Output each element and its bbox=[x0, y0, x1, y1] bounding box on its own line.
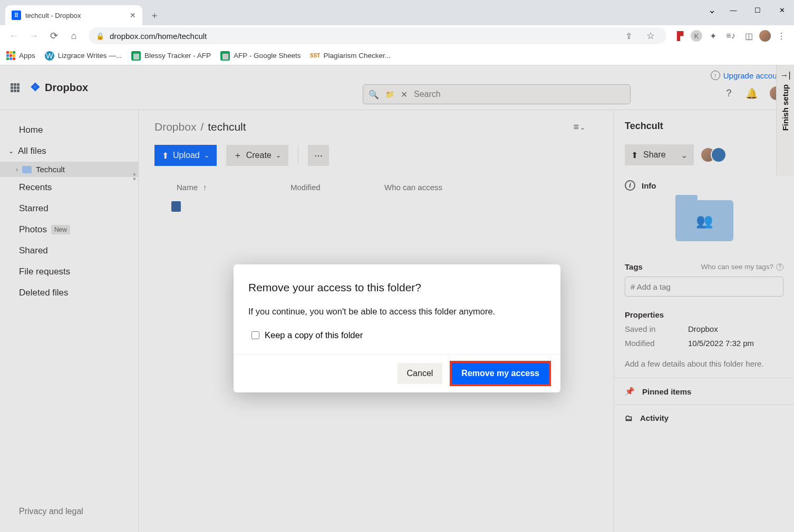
wordpress-icon: W bbox=[45, 51, 54, 61]
sheets-icon: ▦ bbox=[220, 51, 230, 61]
bookmark-label: Lizgrace Writes —... bbox=[58, 52, 122, 60]
lock-icon: 🔒 bbox=[96, 32, 104, 40]
sst-icon: SST bbox=[310, 51, 319, 61]
remove-access-button[interactable]: Remove my access bbox=[452, 363, 549, 384]
sheets-icon: ▦ bbox=[131, 51, 141, 61]
dropbox-favicon: ⠿ bbox=[12, 11, 21, 20]
close-icon[interactable]: ✕ bbox=[130, 11, 136, 19]
extension-k-icon[interactable]: K bbox=[691, 30, 702, 42]
modal-footer: Cancel Remove my access bbox=[234, 354, 560, 392]
checkbox-label: Keep a copy of this folder bbox=[265, 330, 363, 340]
tab-title: techcult - Dropbox bbox=[25, 12, 125, 19]
menu-icon[interactable]: ⋮ bbox=[774, 28, 789, 43]
browser-toolbar: ← → ⟳ ⌂ 🔒 dropbox.com/home/techcult ⇪ ☆ … bbox=[0, 25, 794, 46]
share-icon[interactable]: ⇪ bbox=[620, 27, 637, 44]
minimize-button[interactable]: ― bbox=[721, 6, 745, 14]
close-window-button[interactable]: ✕ bbox=[770, 6, 794, 14]
checkbox-input[interactable] bbox=[251, 331, 259, 339]
reload-button[interactable]: ⟳ bbox=[45, 27, 62, 44]
modal-backdrop: Remove your access to this folder? If yo… bbox=[0, 65, 794, 532]
forward-button[interactable]: → bbox=[25, 27, 42, 44]
maximize-button[interactable]: ☐ bbox=[745, 6, 770, 14]
browser-tab[interactable]: ⠿ techcult - Dropbox ✕ bbox=[5, 5, 142, 25]
keep-copy-checkbox[interactable]: Keep a copy of this folder bbox=[248, 330, 546, 340]
star-icon[interactable]: ☆ bbox=[642, 27, 659, 44]
address-bar[interactable]: 🔒 dropbox.com/home/techcult ⇪ ☆ bbox=[89, 27, 666, 44]
extensions-icon[interactable]: ✦ bbox=[705, 28, 720, 43]
url-text: dropbox.com/home/techcult bbox=[110, 32, 207, 41]
bookmark-afp[interactable]: ▦ AFP - Google Sheets bbox=[220, 51, 301, 61]
back-button[interactable]: ← bbox=[5, 27, 22, 44]
side-panel-icon[interactable]: ◫ bbox=[741, 28, 756, 43]
remove-access-modal: Remove your access to this folder? If yo… bbox=[234, 264, 560, 392]
bookmark-plagiarism[interactable]: SST Plagiarism Checker... bbox=[310, 51, 391, 61]
modal-body-text: If you continue, you won't be able to ac… bbox=[248, 307, 546, 317]
apps-icon bbox=[6, 51, 15, 60]
profile-avatar[interactable] bbox=[759, 30, 771, 42]
tab-search-icon[interactable]: ⌄ bbox=[702, 4, 721, 16]
bookmark-label: Apps bbox=[19, 52, 35, 60]
mcafee-icon[interactable]: ▛ bbox=[673, 28, 688, 43]
bookmark-lizgrace[interactable]: W Lizgrace Writes —... bbox=[45, 51, 122, 61]
bookmark-label: AFP - Google Sheets bbox=[234, 52, 301, 60]
browser-titlebar: ⠿ techcult - Dropbox ✕ ＋ ⌄ ― ☐ ✕ bbox=[0, 0, 794, 25]
cancel-button[interactable]: Cancel bbox=[398, 363, 443, 384]
dropbox-app: ❖ Dropbox ↑ Upgrade account 🔍 📁 ✕ ？ 🔔 Ho… bbox=[0, 65, 794, 532]
reading-list-icon[interactable]: ≡♪ bbox=[723, 28, 738, 43]
bookmark-label: Blessy Tracker - AFP bbox=[144, 52, 211, 60]
bookmarks-bar: Apps W Lizgrace Writes —... ▦ Blessy Tra… bbox=[0, 46, 794, 65]
apps-bookmark[interactable]: Apps bbox=[6, 51, 35, 60]
modal-title: Remove your access to this folder? bbox=[248, 281, 546, 294]
window-controls: ⌄ ― ☐ ✕ bbox=[702, 0, 794, 20]
home-button[interactable]: ⌂ bbox=[65, 27, 82, 44]
new-tab-button[interactable]: ＋ bbox=[147, 7, 162, 23]
bookmark-blessy[interactable]: ▦ Blessy Tracker - AFP bbox=[131, 51, 211, 61]
bookmark-label: Plagiarism Checker... bbox=[323, 52, 391, 60]
